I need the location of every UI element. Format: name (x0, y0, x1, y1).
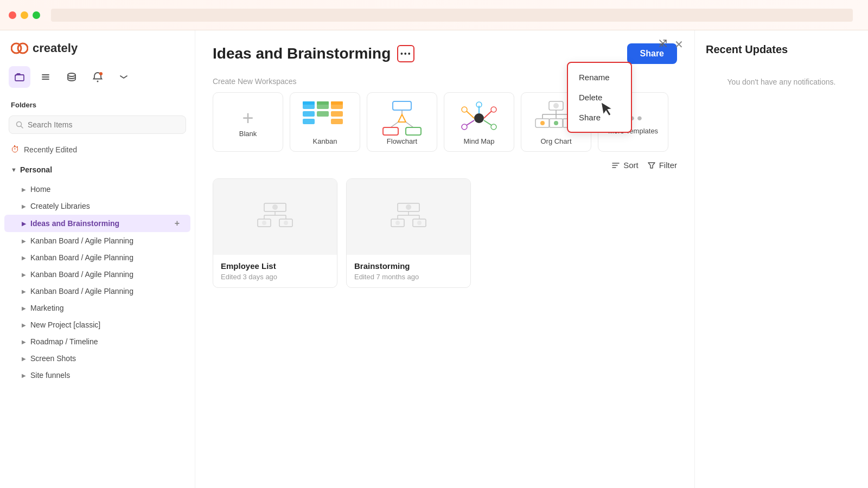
workspace-grid: Employee List Edited 3 days ago (195, 174, 694, 305)
personal-folder-label: Personal (20, 165, 52, 174)
nav-item-new-project[interactable]: ▶ New Project [classic] (4, 317, 190, 333)
dot-green[interactable] (33, 11, 40, 19)
nav-arrow-icon: ▶ (22, 221, 26, 227)
nav-arrow-icon: ▶ (22, 238, 26, 244)
sidebar-toolbar (0, 64, 195, 97)
svg-rect-18 (331, 119, 343, 124)
svg-rect-13 (303, 119, 315, 124)
sidebar: creately Folders (0, 30, 195, 488)
nav-arrow-icon: ▶ (22, 356, 26, 362)
folders-toolbar-btn[interactable] (9, 66, 30, 88)
svg-point-1 (18, 43, 28, 53)
svg-rect-27 (383, 127, 398, 135)
dot-yellow[interactable] (21, 11, 28, 19)
plus-icon: + (242, 107, 253, 130)
template-flowchart[interactable]: Flowchart (367, 92, 437, 152)
close-window-button[interactable]: ✕ (674, 38, 684, 51)
svg-marker-24 (398, 114, 406, 122)
context-menu-delete[interactable]: Delete (568, 87, 631, 107)
recently-edited-row[interactable]: ⏱ Recently Edited (0, 140, 195, 159)
workspace-card-brainstorming-name: Brainstorming (354, 261, 463, 271)
personal-folder-header[interactable]: ▼ Personal (11, 163, 184, 176)
dot-red[interactable] (9, 11, 16, 19)
nav-arrow-icon: ▶ (22, 305, 26, 311)
employee-list-thumbnail (253, 198, 297, 236)
template-blank[interactable]: + Blank (213, 92, 283, 152)
sidebar-logo: creately (0, 30, 195, 64)
svg-line-38 (467, 120, 474, 125)
filter-button[interactable]: Filter (647, 160, 677, 170)
svg-point-66 (284, 221, 288, 225)
nav-item-label: Creately Libraries (30, 202, 90, 210)
nav-item-label: Roadmap / Timeline (30, 337, 98, 346)
nav-item-label: Marketing (30, 304, 63, 312)
svg-point-64 (262, 221, 266, 225)
top-bar (0, 0, 868, 30)
search-input[interactable] (28, 120, 179, 129)
svg-point-76 (417, 221, 422, 225)
nav-item-label: Ideas and Brainstorming (30, 219, 119, 228)
svg-point-68 (406, 204, 411, 210)
kanban-icon (301, 99, 349, 137)
nav-arrow-icon: ▶ (22, 373, 26, 378)
nav-item-label: New Project [classic] (30, 320, 100, 329)
svg-point-8 (99, 72, 103, 75)
add-folder-icon[interactable]: + (175, 219, 180, 228)
svg-rect-12 (303, 111, 315, 117)
expand-window-button[interactable] (658, 38, 668, 51)
template-kanban[interactable]: Kanban (290, 92, 360, 152)
svg-line-34 (484, 120, 492, 125)
svg-point-58 (272, 204, 278, 210)
workspace-card-info: Employee List Edited 3 days ago (213, 255, 337, 287)
nav-item-kanban-2[interactable]: ▶ Kanban Board / Agile Planning (4, 249, 190, 266)
nav-arrow-icon: ▶ (22, 288, 26, 294)
nav-item-roadmap[interactable]: ▶ Roadmap / Timeline (4, 333, 190, 350)
context-menu-rename[interactable]: Rename (568, 67, 631, 87)
nav-item-kanban-4[interactable]: ▶ Kanban Board / Agile Planning (4, 283, 190, 299)
template-blank-label: Blank (239, 130, 257, 138)
expand-toolbar-btn[interactable] (113, 66, 135, 88)
template-flowchart-label: Flowchart (387, 137, 417, 145)
template-orgchart-label: Org Chart (540, 137, 571, 145)
logo-text: creately (33, 41, 78, 55)
nav-item-kanban-3[interactable]: ▶ Kanban Board / Agile Planning (4, 266, 190, 282)
database-toolbar-btn[interactable] (61, 66, 82, 88)
workspace-card-brainstorming-info: Brainstorming Edited 7 months ago (347, 255, 470, 287)
nav-item-home[interactable]: ▶ Home (4, 181, 190, 197)
nav-item-site-funnels[interactable]: ▶ Site funnels (4, 367, 190, 383)
nav-arrow-icon: ▶ (22, 339, 26, 345)
page-title: Ideas and Brainstorming (213, 45, 391, 62)
sort-label: Sort (623, 160, 639, 170)
sort-filter-bar: Sort Filter (195, 152, 694, 174)
nav-item-screenshots[interactable]: ▶ Screen Shots (4, 350, 190, 367)
workspace-card-brainstorming-date: Edited 7 months ago (354, 273, 463, 281)
workspace-card-employee-list[interactable]: Employee List Edited 3 days ago (213, 178, 337, 288)
search-box[interactable] (9, 115, 186, 134)
workspace-card-brainstorming[interactable]: Brainstorming Edited 7 months ago (346, 178, 471, 288)
recent-updates-title: Recent Updates (706, 43, 857, 56)
nav-item-ideas-brainstorming[interactable]: ▶ Ideas and Brainstorming + (4, 215, 190, 232)
workspace-card-thumb (213, 179, 337, 255)
nav-item-label: Screen Shots (30, 354, 76, 363)
context-menu-share[interactable]: Share (568, 107, 631, 127)
bell-toolbar-btn[interactable] (87, 66, 108, 88)
svg-point-35 (491, 124, 496, 130)
svg-point-48 (540, 121, 545, 125)
workspace-card-brainstorming-thumb (347, 179, 470, 255)
nav-item-kanban-1[interactable]: ▶ Kanban Board / Agile Planning (4, 233, 190, 249)
sort-icon (611, 161, 620, 170)
svg-rect-19 (303, 101, 315, 105)
sort-button[interactable]: Sort (611, 160, 639, 170)
header-menu-button[interactable]: ••• (397, 45, 414, 62)
workspace-card-name: Employee List (221, 261, 329, 271)
nav-item-creately-libraries[interactable]: ▶ Creately Libraries (4, 198, 190, 214)
svg-rect-20 (317, 101, 329, 105)
nav-item-marketing[interactable]: ▶ Marketing (4, 300, 190, 316)
nav-arrow-icon: ▶ (22, 187, 26, 192)
template-mindmap[interactable]: Mind Map (444, 92, 514, 152)
workspace-card-date: Edited 3 days ago (221, 273, 329, 281)
svg-point-50 (554, 121, 558, 125)
list-toolbar-btn[interactable] (35, 66, 56, 88)
svg-line-25 (391, 122, 398, 127)
svg-line-32 (484, 111, 492, 118)
